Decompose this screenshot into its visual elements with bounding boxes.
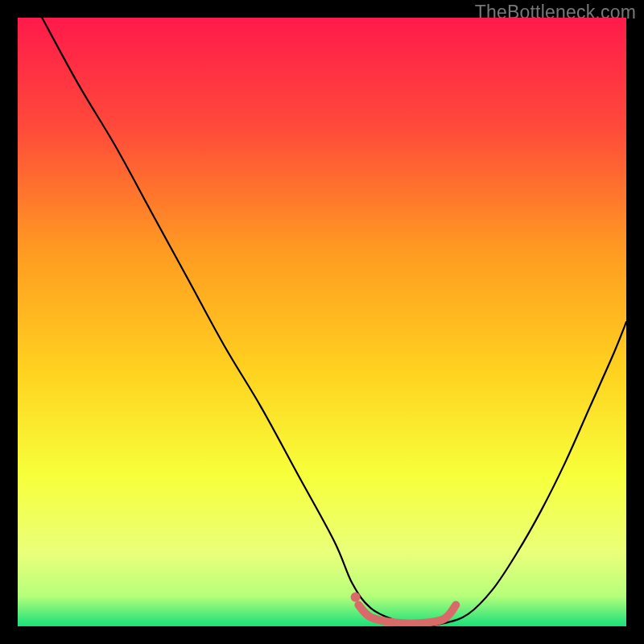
optimal-range-dot (351, 592, 361, 602)
gradient-background (18, 18, 626, 626)
chart-frame: TheBottleneck.com (0, 0, 644, 644)
plot-area (18, 18, 626, 626)
chart-svg (18, 18, 626, 626)
